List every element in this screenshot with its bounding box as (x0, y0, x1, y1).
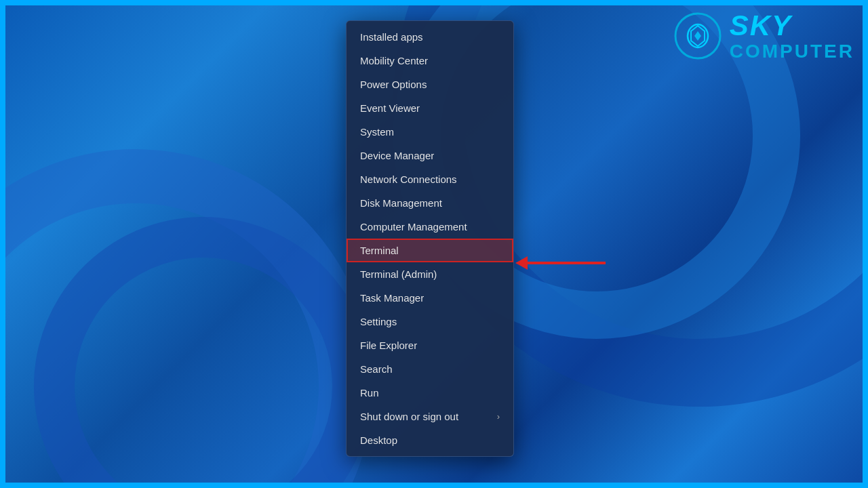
arrow-line (528, 262, 606, 264)
menu-item-event-viewer[interactable]: Event Viewer (347, 96, 513, 120)
menu-item-mobility-center[interactable]: Mobility Center (347, 49, 513, 73)
menu-item-network-connections[interactable]: Network Connections (347, 167, 513, 191)
menu-item-label-power-options: Power Options (360, 79, 427, 90)
menu-item-label-run: Run (360, 387, 379, 399)
menu-item-label-disk-management: Disk Management (360, 197, 442, 209)
menu-item-label-device-manager: Device Manager (360, 150, 434, 161)
logo-computer-text: COMPUTER (730, 41, 854, 62)
logo-text-container: SKY COMPUTER (730, 10, 854, 62)
menu-item-label-settings: Settings (360, 316, 397, 327)
menu-item-disk-management[interactable]: Disk Management (347, 191, 513, 215)
menu-item-label-desktop: Desktop (360, 434, 397, 446)
menu-item-terminal[interactable]: Terminal (347, 239, 513, 262)
menu-item-system[interactable]: System (347, 120, 513, 144)
menu-item-label-system: System (360, 126, 394, 138)
menu-item-label-event-viewer: Event Viewer (360, 102, 420, 114)
menu-item-label-task-manager: Task Manager (360, 292, 424, 304)
menu-item-label-file-explorer: File Explorer (360, 340, 417, 351)
menu-item-label-shutdown: Shut down or sign out (360, 411, 458, 422)
menu-item-installed-apps[interactable]: Installed apps (347, 25, 513, 49)
menu-item-file-explorer[interactable]: File Explorer (347, 333, 513, 357)
logo-sky-text: SKY (730, 10, 854, 41)
menu-item-label-mobility-center: Mobility Center (360, 55, 428, 66)
menu-item-computer-management[interactable]: Computer Management (347, 215, 513, 239)
menu-item-run[interactable]: Run (347, 381, 513, 405)
context-menu: Installed appsMobility CenterPower Optio… (346, 20, 514, 457)
sky-computer-logo: SKY COMPUTER (674, 10, 854, 62)
menu-item-power-options[interactable]: Power Options (347, 73, 513, 96)
arrow-head (515, 256, 528, 270)
menu-item-arrow-shutdown: › (497, 411, 500, 422)
menu-item-terminal-admin[interactable]: Terminal (Admin) (347, 262, 513, 286)
menu-item-label-network-connections: Network Connections (360, 174, 457, 185)
menu-item-label-terminal: Terminal (360, 245, 399, 256)
menu-item-desktop[interactable]: Desktop (347, 428, 513, 452)
menu-item-device-manager[interactable]: Device Manager (347, 144, 513, 167)
sky-computer-logo-icon (674, 12, 722, 60)
menu-item-label-computer-management: Computer Management (360, 221, 467, 232)
menu-item-label-search: Search (360, 363, 393, 375)
menu-item-label-installed-apps: Installed apps (360, 31, 423, 43)
menu-item-label-terminal-admin: Terminal (Admin) (360, 268, 437, 280)
menu-item-search[interactable]: Search (347, 357, 513, 381)
menu-item-task-manager[interactable]: Task Manager (347, 286, 513, 310)
red-arrow (515, 256, 606, 270)
menu-item-shutdown[interactable]: Shut down or sign out› (347, 405, 513, 428)
menu-item-settings[interactable]: Settings (347, 310, 513, 333)
